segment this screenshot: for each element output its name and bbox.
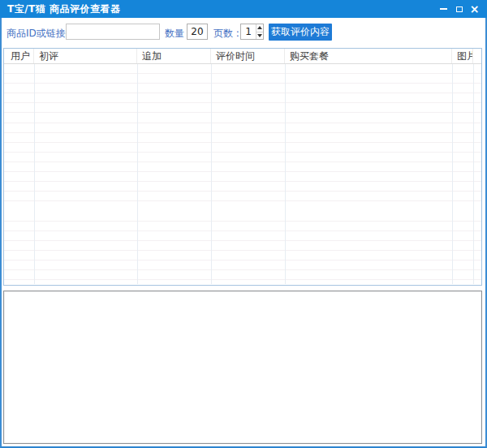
toolbar: 商品ID或链接: 数量 : 页数 : 获取评价内容 — [2, 18, 485, 47]
maximize-icon — [456, 6, 463, 12]
product-id-label: 商品ID或链接: — [6, 27, 69, 41]
output-textarea[interactable] — [3, 291, 482, 444]
chevron-down-icon — [257, 34, 262, 37]
pages-label: 页数 : — [213, 27, 239, 41]
titlebar[interactable]: T宝/T猫 商品评价查看器 × — [0, 0, 487, 18]
window-title: T宝/T猫 商品评价查看器 — [7, 2, 120, 16]
column-divider — [137, 64, 138, 284]
review-table-body[interactable] — [4, 64, 481, 284]
column-header-initial-review[interactable]: 初评 — [34, 49, 137, 63]
column-divider — [34, 64, 35, 284]
minimize-button[interactable] — [436, 0, 451, 18]
product-id-input[interactable] — [66, 24, 160, 40]
column-divider — [285, 64, 286, 284]
window-controls: × — [436, 0, 487, 18]
chevron-up-icon — [257, 26, 262, 29]
review-table-header: 用户 初评 追加 评价时间 购买套餐 图片 — [4, 49, 481, 64]
quantity-input[interactable] — [187, 24, 208, 40]
minimize-icon — [440, 8, 447, 10]
column-header-purchase-package[interactable]: 购买套餐 — [285, 49, 452, 63]
close-icon: × — [470, 3, 480, 15]
column-header-filler — [473, 49, 481, 63]
app-window: T宝/T猫 商品评价查看器 × 商品ID或链接: 数量 : 页数 : — [0, 0, 487, 448]
column-header-image[interactable]: 图片 — [452, 49, 473, 63]
spin-up-button[interactable] — [256, 24, 263, 32]
column-divider — [473, 64, 474, 284]
close-button[interactable]: × — [467, 0, 482, 18]
column-divider — [452, 64, 453, 284]
pages-spinner — [240, 24, 264, 40]
column-header-review-time[interactable]: 评价时间 — [211, 49, 285, 63]
review-table: 用户 初评 追加 评价时间 购买套餐 图片 — [3, 48, 482, 286]
column-divider — [211, 64, 212, 284]
pages-spinner-buttons — [256, 24, 263, 39]
maximize-button[interactable] — [451, 0, 467, 18]
spin-down-button[interactable] — [256, 32, 263, 40]
pages-input[interactable] — [241, 24, 256, 39]
column-header-user[interactable]: 用户 — [4, 49, 34, 63]
fetch-reviews-button[interactable]: 获取评价内容 — [269, 24, 332, 41]
column-header-followup[interactable]: 追加 — [137, 49, 211, 63]
